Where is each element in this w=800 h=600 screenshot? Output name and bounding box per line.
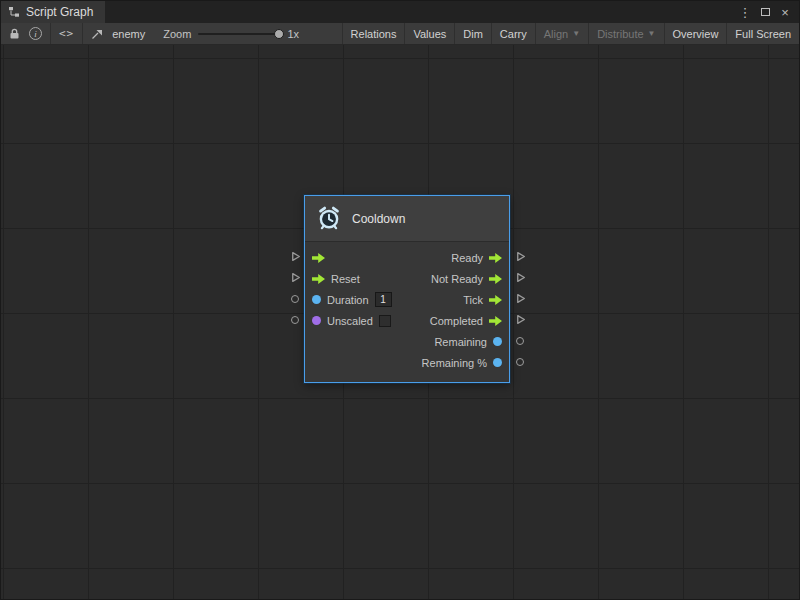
flow-port-triangle-icon[interactable] [513, 309, 527, 330]
graph-canvas[interactable]: Cooldown Ready [1, 45, 799, 599]
align-dropdown: Align▼ [535, 23, 588, 44]
chevron-down-icon: ▼ [572, 29, 580, 38]
node-body: Ready Reset [305, 242, 509, 382]
port-row: Remaining % [312, 352, 502, 373]
port-label: Unscaled [327, 315, 373, 327]
close-icon[interactable]: × [777, 4, 793, 20]
overview-button[interactable]: Overview [664, 23, 727, 44]
node-title: Cooldown [352, 212, 405, 226]
value-port-circle-icon[interactable] [288, 309, 302, 330]
graph-toolbar: i <> enemy Zoom 1x Relations Values Dim [1, 23, 799, 45]
flow-port-triangle-icon[interactable] [288, 267, 302, 288]
port-label: Tick [463, 294, 483, 306]
port-label: Not Ready [431, 273, 483, 285]
flow-input-port[interactable] [312, 274, 325, 284]
value-port-circle-icon[interactable] [513, 351, 527, 372]
script-graph-icon [8, 6, 20, 18]
pointer-icon [91, 28, 103, 40]
script-graph-window: Script Graph ⋮ × i <> [0, 0, 800, 600]
zoom-control: Zoom 1x [153, 23, 309, 44]
flow-output-port[interactable] [489, 316, 502, 326]
flow-port-triangle-icon[interactable] [513, 288, 527, 309]
flow-port-triangle-icon[interactable] [513, 267, 527, 288]
port-label: Duration [327, 294, 369, 306]
flow-input-port[interactable] [312, 253, 325, 263]
zoom-value: 1x [287, 28, 299, 40]
maximize-glyph [761, 8, 770, 16]
zoom-slider[interactable] [198, 33, 280, 35]
zoom-slider-handle[interactable] [274, 29, 284, 39]
chevron-down-icon: ▼ [648, 29, 656, 38]
port-row: Ready [312, 247, 502, 268]
external-input-ports [288, 195, 302, 330]
value-output-port[interactable] [493, 337, 502, 346]
port-label: Reset [331, 273, 360, 285]
port-row: Duration Tick [312, 289, 502, 310]
duration-field[interactable] [375, 292, 392, 307]
toolbar-buttons: Relations Values Dim Carry Align▼ Distri… [342, 23, 799, 44]
port-label: Remaining [434, 336, 487, 348]
port-label: Remaining % [422, 357, 487, 369]
value-input-port[interactable] [312, 295, 321, 304]
dim-button[interactable]: Dim [454, 23, 491, 44]
cooldown-node[interactable]: Cooldown Ready [304, 195, 510, 383]
zoom-label: Zoom [163, 28, 191, 40]
tab-title: Script Graph [26, 5, 93, 19]
cooldown-node-group: Cooldown Ready [288, 195, 527, 383]
unscaled-checkbox[interactable] [379, 315, 391, 327]
flow-output-port[interactable] [489, 295, 502, 305]
full-screen-button[interactable]: Full Screen [726, 23, 799, 44]
distribute-dropdown: Distribute▼ [588, 23, 663, 44]
toolbar-left-group: i [1, 23, 51, 44]
lock-icon[interactable] [9, 28, 20, 40]
graph-name: enemy [112, 28, 145, 40]
node-header[interactable]: Cooldown [305, 196, 509, 242]
alarm-clock-icon [316, 205, 342, 233]
port-row: Unscaled Completed [312, 310, 502, 331]
window-titlebar: Script Graph ⋮ × [1, 1, 799, 23]
flow-port-triangle-icon[interactable] [513, 246, 527, 267]
carry-button[interactable]: Carry [491, 23, 535, 44]
maximize-icon[interactable] [757, 4, 773, 20]
external-output-ports [513, 195, 527, 372]
port-row: Reset Not Ready [312, 268, 502, 289]
value-output-port[interactable] [493, 358, 502, 367]
port-label: Completed [430, 315, 483, 327]
toolbar-code-group: <> [51, 23, 83, 44]
boolean-input-port[interactable] [312, 316, 321, 325]
port-label: Ready [451, 252, 483, 264]
graph-breadcrumb: enemy [83, 23, 153, 44]
flow-port-triangle-icon[interactable] [288, 246, 302, 267]
value-port-circle-icon[interactable] [288, 288, 302, 309]
code-icon[interactable]: <> [59, 27, 74, 40]
port-row: Remaining [312, 331, 502, 352]
info-icon[interactable]: i [29, 27, 42, 40]
flow-output-port[interactable] [489, 253, 502, 263]
values-button[interactable]: Values [404, 23, 454, 44]
value-port-circle-icon[interactable] [513, 330, 527, 351]
window-controls: ⋮ × [737, 1, 799, 23]
flow-output-port[interactable] [489, 274, 502, 284]
menu-icon[interactable]: ⋮ [737, 4, 753, 20]
relations-button[interactable]: Relations [342, 23, 405, 44]
tab-script-graph[interactable]: Script Graph [1, 1, 105, 23]
